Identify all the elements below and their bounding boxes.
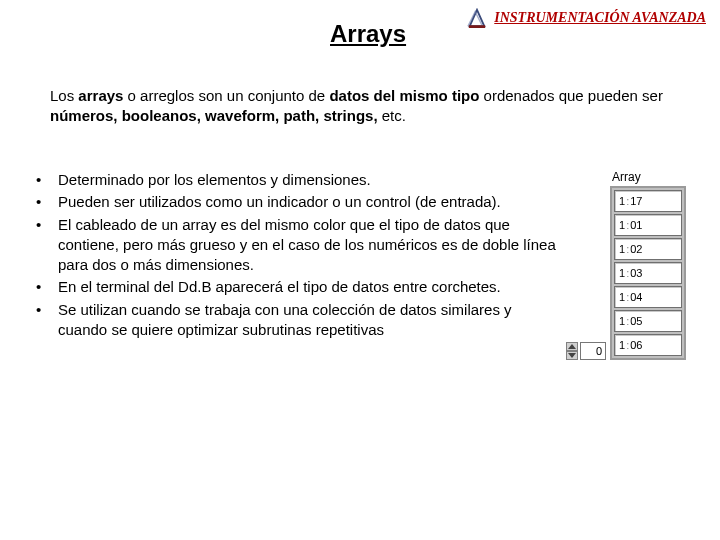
cell-hour: 1 [619,243,625,255]
array-label: Array [612,170,686,184]
header: INSTRUMENTACIÓN AVANZADA [466,8,706,28]
array-cell[interactable]: 1:03 [614,262,682,284]
cell-hour: 1 [619,195,625,207]
index-control[interactable]: 0 [566,342,606,360]
array-cell[interactable]: 1:02 [614,238,682,260]
intro-paragraph: Los arrays o arreglos son un conjunto de… [50,86,680,127]
cell-min: 05 [630,315,642,327]
list-item: • Determinado por los elementos y dimens… [30,170,556,190]
bullet-icon: • [30,215,58,276]
bullet-icon: • [30,300,58,341]
course-title: INSTRUMENTACIÓN AVANZADA [494,10,706,26]
cell-hour: 1 [619,339,625,351]
intro-bold-tipos: números, booleanos, waveform, path, stri… [50,107,378,124]
spinner-up-icon[interactable] [566,342,578,351]
bullet-text: El cableado de un array es del mismo col… [58,215,556,276]
cell-hour: 1 [619,219,625,231]
array-cell[interactable]: 1:04 [614,286,682,308]
intro-bold-arrays: arrays [78,87,123,104]
bullet-text: Determinado por los elementos y dimensio… [58,170,556,190]
content-row: • Determinado por los elementos y dimens… [30,170,702,364]
svg-rect-0 [469,25,485,28]
intro-bold-datos: datos del mismo tipo [329,87,479,104]
cell-min: 03 [630,267,642,279]
array-cell[interactable]: 1:06 [614,334,682,356]
array-cell[interactable]: 1:01 [614,214,682,236]
page-title: Arrays [330,20,406,48]
list-item: • Pueden ser utilizados como un indicado… [30,192,556,212]
cell-min: 06 [630,339,642,351]
bullet-text: Se utilizan cuando se trabaja con una co… [58,300,556,341]
list-item: • El cableado de un array es del mismo c… [30,215,556,276]
labview-array-control: 0 Array 1:17 1:01 1:02 [566,170,702,364]
index-spinner[interactable] [566,342,578,360]
bullet-icon: • [30,277,58,297]
intro-text: Los [50,87,78,104]
bullet-list: • Determinado por los elementos y dimens… [30,170,556,364]
bullet-icon: • [30,170,58,190]
array-cell[interactable]: 1:17 [614,190,682,212]
cell-min: 17 [630,195,642,207]
intro-text: etc. [378,107,406,124]
bullet-text: En el terminal del Dd.B aparecerá el tip… [58,277,556,297]
bullet-text: Pueden ser utilizados como un indicador … [58,192,556,212]
intro-text: ordenados que pueden ser [479,87,662,104]
cell-hour: 1 [619,267,625,279]
array-frame: 1:17 1:01 1:02 1:03 1:04 [610,186,686,360]
cell-min: 01 [630,219,642,231]
list-item: • Se utilizan cuando se trabaja con una … [30,300,556,341]
logo-icon [466,8,488,28]
index-value[interactable]: 0 [580,342,606,360]
list-item: • En el terminal del Dd.B aparecerá el t… [30,277,556,297]
spinner-down-icon[interactable] [566,351,578,360]
bullet-icon: • [30,192,58,212]
intro-text: o arreglos son un conjunto de [123,87,329,104]
cell-hour: 1 [619,315,625,327]
cell-hour: 1 [619,291,625,303]
cell-min: 02 [630,243,642,255]
array-cell[interactable]: 1:05 [614,310,682,332]
cell-min: 04 [630,291,642,303]
